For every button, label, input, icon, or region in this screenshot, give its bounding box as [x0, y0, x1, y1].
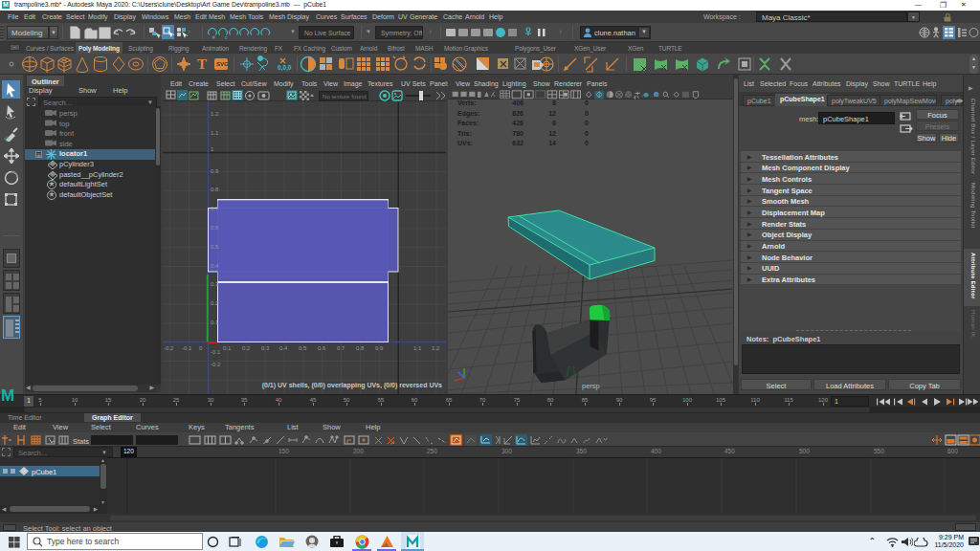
svg-text:(0/1) UV shells, (0/0) overlap: (0/1) UV shells, (0/0) overlapping UVs, … [262, 382, 442, 389]
svg-text:Stats: Stats [73, 437, 89, 446]
svg-text:-0.1: -0.1 [182, 345, 192, 351]
svg-text:-0.1: -0.1 [211, 349, 221, 355]
svg-text:0.5: 0.5 [299, 345, 307, 351]
svg-text:0.5: 0.5 [211, 244, 219, 250]
svg-text:0.4: 0.4 [279, 345, 288, 351]
svg-text:0.6: 0.6 [211, 225, 219, 231]
svg-text:0.9: 0.9 [375, 345, 384, 351]
svg-text:0.2: 0.2 [242, 345, 251, 351]
svg-text:0.1: 0.1 [223, 345, 232, 351]
svg-text:0.9: 0.9 [211, 168, 219, 174]
svg-text:1.2: 1.2 [211, 111, 219, 117]
svg-text:0.7: 0.7 [337, 345, 345, 351]
svg-text:T: T [197, 56, 207, 72]
svg-text:0.7: 0.7 [211, 206, 219, 211]
svg-text:0,0,0: 0,0,0 [278, 64, 292, 72]
svg-text:persp: persp [582, 382, 600, 390]
svg-text:0.4: 0.4 [211, 263, 219, 269]
svg-text:0.2: 0.2 [211, 300, 219, 306]
svg-text:1.2: 1.2 [432, 345, 440, 351]
svg-text:0.3: 0.3 [211, 281, 219, 287]
svg-text:0.8: 0.8 [356, 345, 365, 351]
svg-text:-0.2: -0.2 [211, 362, 221, 367]
svg-text:0.3: 0.3 [261, 345, 270, 351]
svg-text:c: c [225, 34, 228, 39]
svg-text:0.1: 0.1 [211, 320, 219, 325]
svg-text:SVG: SVG [216, 61, 229, 67]
svg-text:-0.2: -0.2 [164, 345, 174, 351]
svg-text:#: # [212, 34, 215, 39]
svg-text:1.1: 1.1 [413, 345, 422, 351]
svg-text:0.8: 0.8 [211, 187, 219, 192]
svg-text:1.1: 1.1 [211, 130, 219, 136]
svg-text:0.6: 0.6 [318, 345, 326, 351]
